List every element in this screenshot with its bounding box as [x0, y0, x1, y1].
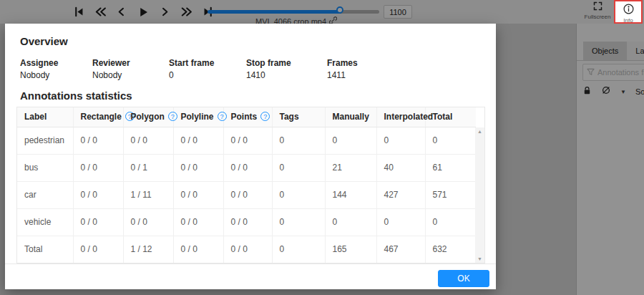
col-interpolated: Interpolated [376, 107, 425, 127]
field-frames: Frames 1411 [327, 58, 358, 80]
table-row: pedestrian 0 / 0 0 / 0 0 / 0 0 / 0 0 0 0… [17, 127, 476, 154]
col-polygon: Polygon? [123, 107, 173, 127]
col-label: Label [17, 107, 73, 127]
job-info-modal: Overview Assignee Nobody Reviewer Nobody… [5, 24, 496, 289]
table-row: vehicle 0 / 0 0 / 0 0 / 0 0 / 0 0 0 0 0 [17, 208, 476, 236]
col-total: Total [425, 107, 476, 127]
scroll-down-icon[interactable]: ▼ [477, 256, 482, 261]
col-points: Points? [223, 107, 272, 127]
table-row-total: Total 0 / 0 1 / 12 0 / 0 0 / 0 0 165 467… [17, 236, 476, 263]
col-tags: Tags [272, 107, 325, 127]
info-icon [623, 5, 635, 17]
table-row: car 0 / 0 1 / 11 0 / 0 0 / 0 0 144 427 5… [17, 181, 476, 208]
info-button[interactable]: Info [614, 0, 643, 24]
col-rectangle: Rectangle? [73, 107, 123, 127]
col-polyline: Polyline? [173, 107, 223, 127]
table-row: bus 0 / 0 0 / 1 0 / 0 0 / 0 0 21 40 61 [17, 154, 476, 181]
help-icon[interactable]: ? [168, 112, 177, 121]
scroll-up-icon[interactable]: ▲ [477, 129, 482, 134]
table-scrollbar[interactable]: ▲ ▼ [475, 127, 484, 263]
table-header-row: Label Rectangle? Polygon? Polyline? Poin… [17, 107, 476, 127]
field-assignee: Assignee Nobody [20, 58, 92, 80]
modal-body: Overview Assignee Nobody Reviewer Nobody… [5, 24, 496, 263]
field-stop-frame: Stop frame 1410 [246, 58, 327, 80]
field-start-frame: Start frame 0 [169, 58, 246, 80]
job-summary-fields: Assignee Nobody Reviewer Nobody Start fr… [16, 58, 485, 80]
col-manually: Manually [325, 107, 376, 127]
ok-button[interactable]: OK [438, 270, 489, 287]
info-label: Info [615, 17, 641, 24]
field-reviewer: Reviewer Nobody [92, 58, 169, 80]
statistics-table: Label Rectangle? Polygon? Polyline? Poin… [17, 107, 476, 263]
overview-title: Overview [20, 35, 485, 47]
help-icon[interactable]: ? [218, 112, 227, 121]
modal-footer: OK [5, 263, 496, 293]
help-icon[interactable]: ? [260, 112, 270, 121]
statistics-table-container: Label Rectangle? Polygon? Polyline? Poin… [16, 107, 485, 263]
statistics-title: Annotations statistics [20, 90, 485, 102]
cvat-annotation-app: MVI_4066.crop.mp4 Fullscreen Info Object… [0, 0, 644, 295]
